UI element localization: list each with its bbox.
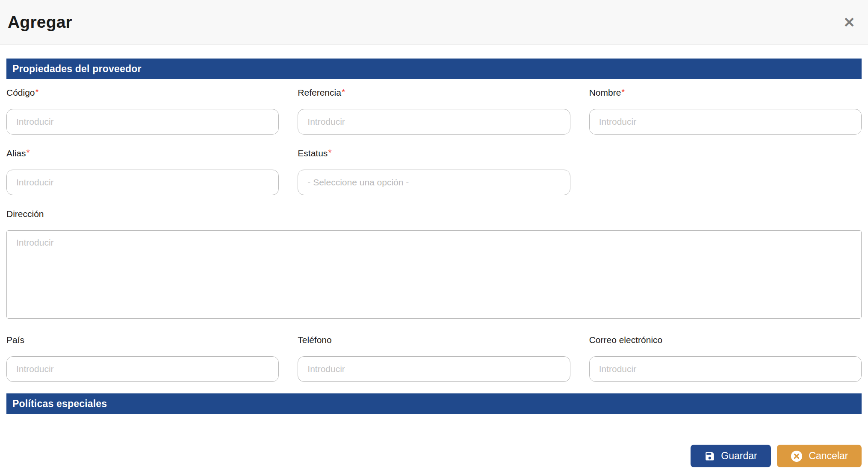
form-row-1: Código* Referencia* Nombre* bbox=[0, 88, 868, 135]
direccion-textarea[interactable] bbox=[6, 230, 862, 319]
field-alias: Alias* bbox=[6, 148, 279, 195]
telefono-input[interactable] bbox=[298, 356, 570, 382]
estatus-select[interactable]: - Seleccione una opción - bbox=[298, 170, 570, 195]
field-codigo: Código* bbox=[6, 88, 279, 135]
save-button[interactable]: Guardar bbox=[691, 445, 771, 467]
section-header-properties: Propiedades del proveedor bbox=[6, 59, 862, 79]
field-nombre: Nombre* bbox=[589, 88, 862, 135]
required-asterisk: * bbox=[328, 147, 331, 157]
pais-label: País bbox=[6, 335, 279, 345]
alias-label: Alias* bbox=[6, 148, 279, 158]
section-header-policies-label: Políticas especiales bbox=[12, 398, 107, 410]
required-asterisk: * bbox=[27, 147, 30, 157]
codigo-label: Código* bbox=[6, 88, 279, 98]
direccion-label: Dirección bbox=[6, 209, 862, 219]
field-correo: Correo electrónico bbox=[589, 335, 862, 382]
field-pais: País bbox=[6, 335, 279, 382]
field-direccion: Dirección bbox=[0, 209, 868, 319]
field-estatus: Estatus* - Seleccione una opción - bbox=[298, 148, 570, 195]
alias-input[interactable] bbox=[6, 170, 279, 195]
save-button-label: Guardar bbox=[721, 450, 757, 462]
nombre-label: Nombre* bbox=[589, 88, 862, 98]
correo-input[interactable] bbox=[589, 356, 862, 382]
add-supplier-modal: Agregar ✕ Propiedades del proveedor Códi… bbox=[0, 0, 868, 475]
section-header-properties-label: Propiedades del proveedor bbox=[12, 63, 142, 75]
referencia-label: Referencia* bbox=[298, 88, 570, 98]
telefono-label: Teléfono bbox=[298, 335, 570, 345]
section-header-policies: Políticas especiales bbox=[6, 393, 862, 414]
required-asterisk: * bbox=[342, 87, 345, 97]
close-icon[interactable]: ✕ bbox=[840, 14, 859, 31]
codigo-input[interactable] bbox=[6, 109, 279, 135]
form-row-4: País Teléfono Correo electrónico bbox=[0, 335, 868, 382]
form-row-2: Alias* Estatus* - Seleccione una opción … bbox=[0, 148, 868, 195]
cancel-icon bbox=[790, 450, 803, 463]
nombre-input[interactable] bbox=[589, 109, 862, 135]
page-title: Agregar bbox=[8, 13, 72, 32]
empty-cell bbox=[589, 148, 862, 195]
estatus-label: Estatus* bbox=[298, 148, 570, 158]
referencia-input[interactable] bbox=[298, 109, 570, 135]
cancel-button-label: Cancelar bbox=[809, 450, 848, 462]
save-icon bbox=[704, 451, 715, 462]
modal-header: Agregar ✕ bbox=[0, 0, 868, 45]
cancel-button[interactable]: Cancelar bbox=[777, 445, 862, 467]
pais-input[interactable] bbox=[6, 356, 279, 382]
required-asterisk: * bbox=[621, 87, 625, 97]
field-telefono: Teléfono bbox=[298, 335, 570, 382]
required-asterisk: * bbox=[35, 87, 39, 97]
field-referencia: Referencia* bbox=[298, 88, 570, 135]
modal-footer: Guardar Cancelar bbox=[0, 433, 868, 467]
correo-label: Correo electrónico bbox=[589, 335, 862, 345]
